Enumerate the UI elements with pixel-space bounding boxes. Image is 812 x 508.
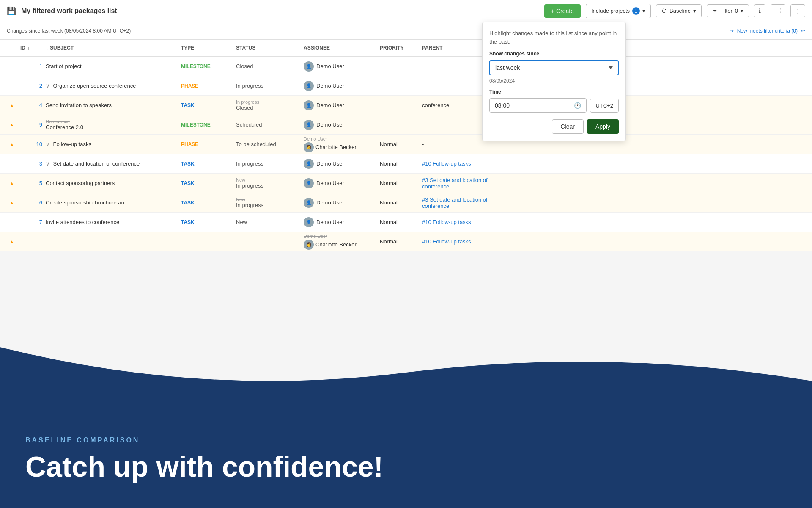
old-status: New [236,197,304,202]
old-assignee: Demo User [304,136,327,141]
row-subject: Invite attendees to conference [46,219,181,225]
row-priority: Normal [380,199,422,206]
row-assignee: 👤 Demo User [304,81,380,91]
filter-count-badge: 0 [735,8,738,14]
row-id[interactable]: 5 [20,180,46,186]
col-header-subject[interactable]: ↕ SUBJECT [46,45,181,51]
col-header-type: TYPE [181,45,236,51]
row-id[interactable]: 6 [20,199,46,206]
row-id[interactable]: 9 [20,121,46,128]
back-icon: ↩ [801,28,805,34]
filter-button[interactable]: ⏷ Filter 0 ▾ [707,4,749,17]
table-row: 1 Start of project MILESTONE Closed 👤 De… [0,57,812,76]
row-parent[interactable]: #3 Set date and location of conference [422,196,507,209]
row-parent[interactable]: #3 Set date and location of conference [422,177,507,190]
row-status: Scheduled [236,121,304,128]
more-icon: ⋮ [795,8,801,14]
avatar: 👤 [304,61,314,72]
row-id[interactable]: 3 [20,160,46,167]
baseline-select[interactable]: last week last month last year a specifi… [489,60,619,75]
timezone-button[interactable]: UTC+2 [590,99,619,113]
row-subject: Create sponsorship brochure an... [46,199,181,206]
clock-icon: ⏱ [661,8,667,14]
old-status: … [236,239,304,244]
filter-icon: ⏷ [712,8,718,14]
include-projects-badge: 1 [632,7,640,15]
baseline-label: Baseline [669,8,691,14]
bottom-subtitle: BASELINE COMPARISON [25,436,383,444]
baseline-button[interactable]: ⏱ Baseline ▾ [656,4,702,17]
row-type: PHASE [181,141,236,147]
clear-button[interactable]: Clear [552,119,584,134]
filter-label: Filter [720,8,732,14]
create-button[interactable]: + Create [544,4,581,18]
row-indicator: ▲ [3,103,20,108]
table-row: 2 ∨ Organize open source conference PHAS… [0,76,812,96]
bottom-section: BASELINE COMPARISON Catch up with confid… [0,347,812,508]
row-type: TASK [181,200,236,206]
time-input[interactable]: 08:00 🕐 [489,98,587,113]
row-type: TASK [181,180,236,186]
table-row: ▲ … Demo User 👩 Charlotte Becker Normal … [0,232,812,251]
row-assignee: 👤 Demo User [304,120,380,130]
fullscreen-button[interactable]: ⛶ [771,4,785,17]
time-label: Time [489,89,619,95]
row-id[interactable]: 2 [20,83,46,89]
avatar: 👤 [304,178,314,188]
info-button[interactable]: ℹ [754,4,765,17]
row-priority: Normal [380,219,422,225]
change-indicator-icon: ▲ [10,103,14,108]
include-projects-button[interactable]: Include projects 1 ▾ [586,4,651,18]
row-assignee: 👤 Demo User [304,217,380,227]
col-header-status: STATUS [236,45,304,51]
chevron-down-icon: ▾ [741,8,743,14]
row-assignee: 👤 Demo User [304,159,380,169]
avatar: 👤 [304,100,314,110]
include-projects-label: Include projects [591,8,630,14]
bottom-title: Catch up with confidence! [25,451,383,483]
row-priority: Normal [380,160,422,167]
row-priority: Normal [380,238,422,245]
baseline-popup: Highlight changes made to this list sinc… [482,22,626,141]
changes-text: Changes since last week (08/05/2024 8:00… [7,28,131,34]
col-header-id[interactable]: ID ↑ [20,45,46,51]
row-parent[interactable]: #10 Follow-up tasks [422,219,507,225]
sort-icon: ↑ [27,45,30,51]
col-header-priority: PRIORITY [380,45,422,51]
row-id[interactable]: 1 [20,63,46,69]
row-status: New In progress [236,197,304,208]
row-id[interactable]: 4 [20,102,46,108]
popup-date-display: 08/05/2024 [489,78,619,84]
sub-header: Changes since last week (08/05/2024 8:00… [0,22,812,40]
change-indicator-icon: ▲ [10,239,14,244]
expand-icon[interactable]: ∨ [46,83,50,89]
row-indicator: ▲ [3,122,20,127]
avatar: 👤 [304,81,314,91]
expand-icon[interactable]: ∨ [46,160,50,167]
row-parent[interactable]: #10 Follow-up tasks [422,238,507,245]
work-packages-table: ID ↑ ↕ SUBJECT TYPE STATUS ASSIGNEE PRIO… [0,40,812,251]
row-parent: - [422,141,507,147]
row-status: New [236,219,304,225]
expand-icon[interactable]: ∨ [46,141,50,147]
row-status: To be scheduled [236,141,304,147]
row-subject: ∨ Follow-up tasks [46,141,181,147]
filter-criteria: ↪ Now meets filter criteria (0) ↩ [730,28,805,34]
row-parent[interactable]: #10 Follow-up tasks [422,160,507,167]
apply-button[interactable]: Apply [587,119,619,134]
wave-svg [0,347,812,398]
change-indicator-icon: ▲ [10,142,14,146]
more-options-button[interactable]: ⋮ [790,4,805,17]
row-id[interactable]: 7 [20,219,46,225]
old-status: New [236,177,304,182]
row-indicator: ▲ [3,181,20,185]
bottom-content: BASELINE COMPARISON Catch up with confid… [25,436,383,483]
row-assignee: Demo User 👩 Charlotte Becker [304,136,380,152]
row-status: In progress [236,83,304,89]
row-status: In progress Closed [236,99,304,111]
row-type: PHASE [181,83,236,89]
table-header-row: ID ↑ ↕ SUBJECT TYPE STATUS ASSIGNEE PRIO… [0,40,812,57]
row-id[interactable]: 10 [20,141,46,147]
arrow-icon: ↪ [730,28,734,34]
row-subject: Contact sponsoring partners [46,180,181,186]
